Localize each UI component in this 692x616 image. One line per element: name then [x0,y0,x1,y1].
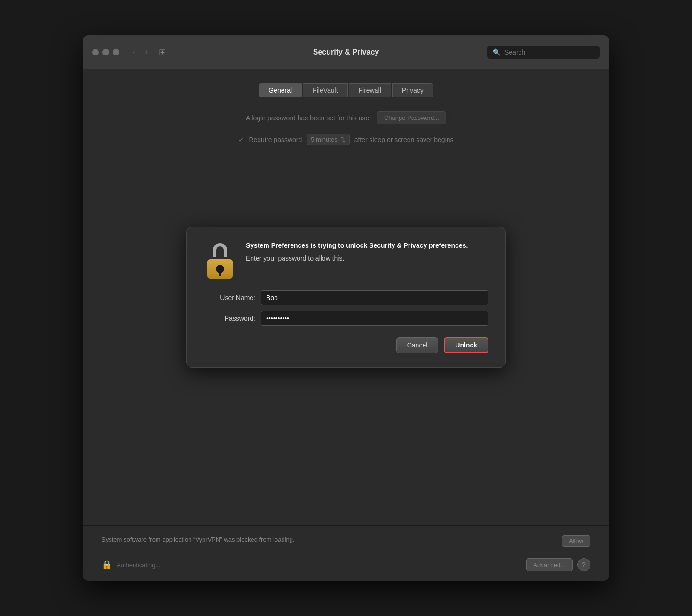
dialog-overlay: System Preferences is trying to unlock S… [83,69,609,525]
lock-body [207,259,233,279]
traffic-lights [92,49,119,55]
dialog-text-block: System Preferences is trying to unlock S… [246,241,488,263]
username-input[interactable] [261,290,488,305]
back-button[interactable]: ‹ [129,45,139,59]
footer-lock-icon: 🔒 [102,560,112,570]
titlebar: ‹ › ⊞ Security & Privacy 🔍 [83,35,609,69]
footer-bar: 🔒 Authenticating... Advanced... ? [102,553,590,571]
username-label: User Name: [204,294,255,301]
maximize-button[interactable] [113,49,119,55]
password-input[interactable] [261,311,488,326]
allow-section: Allow System software from application “… [102,535,590,545]
footer-left: 🔒 Authenticating... [102,560,160,570]
cancel-button[interactable]: Cancel [396,337,439,353]
bottom-section: Allow System software from application “… [83,525,609,581]
authenticating-text: Authenticating... [117,561,160,569]
dialog-form: User Name: Password: [204,290,488,326]
close-button[interactable] [92,49,99,55]
main-content: General FileVault Firewall Privacy A log… [83,69,609,525]
lock-keyhole [216,265,224,273]
lock-shackle [213,243,227,257]
dialog-title: System Preferences is trying to unlock S… [246,241,488,251]
grid-icon: ⊞ [159,47,166,57]
search-icon: 🔍 [493,48,501,56]
main-window: ‹ › ⊞ Security & Privacy 🔍 General FileV… [83,35,609,581]
forward-button[interactable]: › [141,45,151,59]
blocked-text: System software from application “VyprVP… [102,536,295,543]
password-label: Password: [204,315,255,322]
advanced-button[interactable]: Advanced... [526,558,573,571]
unlock-dialog: System Preferences is trying to unlock S… [186,227,506,368]
footer-right: Advanced... ? [526,558,590,571]
unlock-button[interactable]: Unlock [444,337,488,353]
dialog-buttons: Cancel Unlock [204,337,488,353]
window-title: Security & Privacy [313,48,379,56]
minimize-button[interactable] [102,49,109,55]
dialog-subtitle: Enter your password to allow this. [246,254,488,263]
help-button[interactable]: ? [577,558,590,571]
username-row: User Name: [204,290,488,305]
nav-buttons: ‹ › [129,45,151,59]
allow-button[interactable]: Allow [562,535,590,547]
dialog-header: System Preferences is trying to unlock S… [204,241,488,279]
search-input[interactable] [504,48,594,56]
password-row: Password: [204,311,488,326]
search-box[interactable]: 🔍 [487,46,600,59]
lock-icon [204,241,236,279]
